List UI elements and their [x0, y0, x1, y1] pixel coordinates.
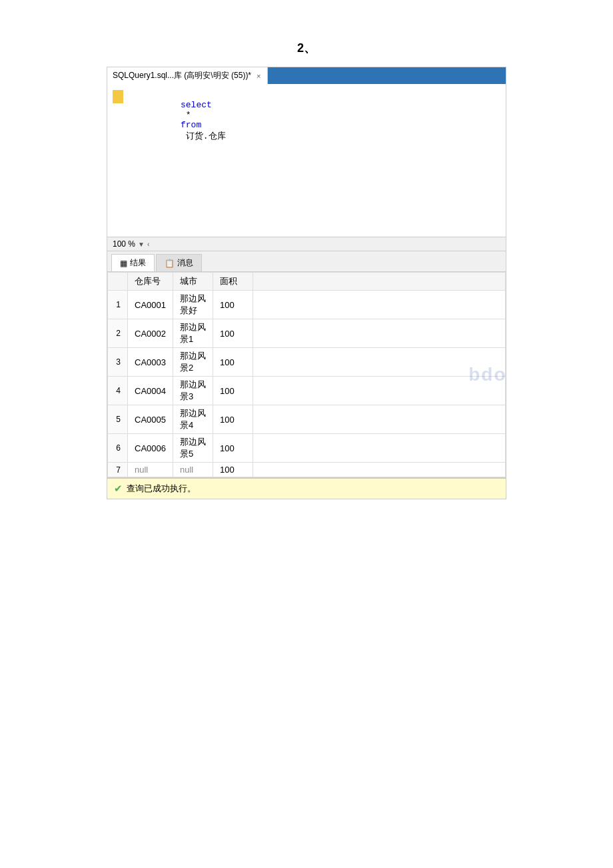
- cell-city: 那边风景4: [173, 405, 213, 434]
- close-icon[interactable]: ×: [257, 72, 261, 80]
- cell-city: 那边风景2: [173, 348, 213, 377]
- row-num: 5: [108, 405, 128, 434]
- editor-line-1: select * from 订货.仓库: [107, 89, 506, 153]
- table-header-row: 仓库号 城市 面积: [108, 273, 506, 291]
- success-icon: ✔: [114, 483, 123, 495]
- cell-area: 100: [213, 319, 253, 348]
- col-warehouse: 仓库号: [128, 273, 173, 291]
- sql-star: *: [181, 110, 196, 120]
- cell-city: 那边风景5: [173, 434, 213, 463]
- keyword-select: select: [181, 100, 212, 110]
- col-city: 城市: [173, 273, 213, 291]
- table-row: 1 CA0001 那边风景好 100: [108, 291, 506, 319]
- cell-warehouse: CA0004: [128, 377, 173, 405]
- zoom-dropdown-icon[interactable]: ▼: [138, 241, 145, 248]
- results-panel: ▦ 结果 📋 消息 仓库号 城市 面积: [107, 251, 506, 478]
- cell-area: 100: [213, 405, 253, 434]
- line-gutter: [113, 90, 123, 103]
- results-tab-label: 结果: [130, 257, 146, 269]
- cell-warehouse: CA0002: [128, 319, 173, 348]
- cell-city: 那边风景3: [173, 377, 213, 405]
- messages-icon: 📋: [165, 259, 175, 268]
- cell-city: 那边风景1: [173, 319, 213, 348]
- table-row: 3 CA0003 那边风景2 100: [108, 348, 506, 377]
- cell-city: 那边风景好: [173, 291, 213, 319]
- tab-results[interactable]: ▦ 结果: [111, 254, 155, 271]
- zoom-left-icon[interactable]: ‹: [147, 241, 149, 248]
- results-tabs: ▦ 结果 📋 消息: [107, 251, 506, 272]
- status-bar: ✔ 查询已成功执行。: [107, 478, 506, 499]
- col-area: 面积: [213, 273, 253, 291]
- row-num: 6: [108, 434, 128, 463]
- line-content: select * from 订货.仓库: [129, 90, 226, 152]
- row-num: 7: [108, 463, 128, 477]
- editor-tab[interactable]: SQLQuery1.sql...库 (高明安\明安 (55))* ×: [107, 67, 268, 84]
- tab-messages[interactable]: 📋 消息: [156, 254, 202, 271]
- row-num: 4: [108, 377, 128, 405]
- zoom-level: 100 %: [113, 239, 135, 249]
- cell-city: null: [173, 463, 213, 477]
- table-row: 6 CA0006 那边风景5 100: [108, 434, 506, 463]
- cell-warehouse: CA0005: [128, 405, 173, 434]
- cell-area: 100: [213, 434, 253, 463]
- keyword-from: from: [181, 120, 201, 130]
- cell-area: 100: [213, 463, 253, 477]
- cell-area: 100: [213, 291, 253, 319]
- results-grid-icon: ▦: [120, 259, 127, 268]
- cell-warehouse: CA0003: [128, 348, 173, 377]
- table-row: 2 CA0002 那边风景1 100: [108, 319, 506, 348]
- zoom-bar: 100 % ▼ ‹: [107, 237, 506, 251]
- row-num: 1: [108, 291, 128, 319]
- row-num: 3: [108, 348, 128, 377]
- table-row: 5 CA0005 那边风景4 100: [108, 405, 506, 434]
- cell-warehouse: null: [128, 463, 173, 477]
- editor-tab-bar: SQLQuery1.sql...库 (高明安\明安 (55))* ×: [107, 67, 506, 84]
- cell-warehouse: CA0006: [128, 434, 173, 463]
- row-num: 2: [108, 319, 128, 348]
- page-title: 2、: [0, 40, 613, 56]
- tab-label: SQLQuery1.sql...库 (高明安\明安 (55))*: [113, 70, 251, 81]
- data-table: 仓库号 城市 面积 1 CA0001 那边风景好 100: [107, 272, 506, 477]
- cell-warehouse: CA0001: [128, 291, 173, 319]
- cell-area: 100: [213, 377, 253, 405]
- col-rownum: [108, 273, 128, 291]
- sql-table: 订货.仓库: [181, 131, 226, 141]
- tab-remainder: [268, 67, 506, 84]
- col-extra: [253, 273, 505, 291]
- status-message: 查询已成功执行。: [127, 483, 196, 495]
- table-row: 4 CA0004 那边风景3 100: [108, 377, 506, 405]
- sql-editor[interactable]: select * from 订货.仓库: [107, 84, 506, 237]
- data-table-wrapper: 仓库号 城市 面积 1 CA0001 那边风景好 100: [107, 272, 506, 477]
- cell-area: 100: [213, 348, 253, 377]
- messages-tab-label: 消息: [177, 257, 193, 269]
- table-row: 7 null null 100: [108, 463, 506, 477]
